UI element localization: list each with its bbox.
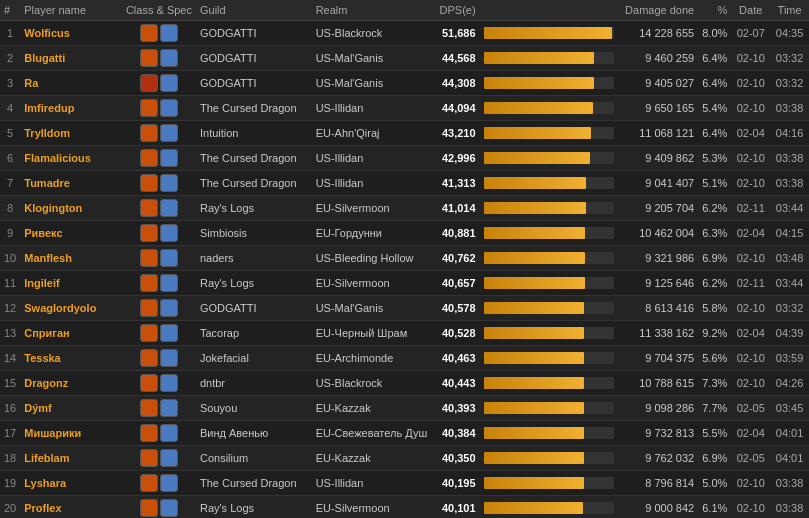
bar-fill bbox=[484, 52, 594, 64]
player-name-cell[interactable]: Tumadre bbox=[20, 171, 122, 196]
player-name-cell[interactable]: Trylldom bbox=[20, 121, 122, 146]
bar-background bbox=[484, 177, 614, 189]
spec-icon bbox=[160, 174, 178, 192]
dps-cell: 40,443 bbox=[431, 371, 479, 396]
guild-cell: Ray's Logs bbox=[196, 196, 312, 221]
class-icon bbox=[140, 24, 158, 42]
rank-cell: 7 bbox=[0, 171, 20, 196]
player-link[interactable]: Blugatti bbox=[24, 52, 65, 64]
player-name-cell[interactable]: Ingileif bbox=[20, 271, 122, 296]
player-link[interactable]: Ingileif bbox=[24, 277, 59, 289]
player-name-cell[interactable]: Blugatti bbox=[20, 46, 122, 71]
player-link[interactable]: Flamalicious bbox=[24, 152, 91, 164]
player-name-cell[interactable]: Lyshara bbox=[20, 471, 122, 496]
table-row: 17 Мишарики Винд Авенью EU-Свежеватель Д… bbox=[0, 421, 809, 446]
player-link[interactable]: Trylldom bbox=[24, 127, 70, 139]
dps-cell: 40,350 bbox=[431, 446, 479, 471]
date-cell: 02-10 bbox=[731, 371, 770, 396]
player-name-cell[interactable]: Imfiredup bbox=[20, 96, 122, 121]
damage-cell: 11 068 121 bbox=[619, 121, 698, 146]
player-link[interactable]: Lyshara bbox=[24, 477, 66, 489]
damage-cell: 9 321 986 bbox=[619, 246, 698, 271]
class-icon bbox=[140, 474, 158, 492]
player-name-cell[interactable]: Ривекс bbox=[20, 221, 122, 246]
player-name-cell[interactable]: Dragonz bbox=[20, 371, 122, 396]
bar-fill bbox=[484, 327, 584, 339]
damage-cell: 8 796 814 bbox=[619, 471, 698, 496]
rank-cell: 19 bbox=[0, 471, 20, 496]
player-link[interactable]: Klogington bbox=[24, 202, 82, 214]
time-cell: 03:32 bbox=[770, 71, 809, 96]
player-link[interactable]: Wolficus bbox=[24, 27, 70, 39]
player-link[interactable]: Dýmf bbox=[24, 402, 52, 414]
class-spec-cell bbox=[122, 171, 196, 196]
class-icon bbox=[140, 224, 158, 242]
rank-cell: 11 bbox=[0, 271, 20, 296]
guild-cell: GODGATTI bbox=[196, 46, 312, 71]
class-icon bbox=[140, 499, 158, 517]
player-name-cell[interactable]: Flamalicious bbox=[20, 146, 122, 171]
player-name-cell[interactable]: Мишарики bbox=[20, 421, 122, 446]
player-link[interactable]: Tesska bbox=[24, 352, 61, 364]
player-link[interactable]: Imfiredup bbox=[24, 102, 74, 114]
bar-cell bbox=[480, 321, 619, 346]
table-row: 1 Wolficus GODGATTI US-Blackrock 51,686 … bbox=[0, 21, 809, 46]
player-name-cell[interactable]: Ra bbox=[20, 71, 122, 96]
player-name-cell[interactable]: Tesska bbox=[20, 346, 122, 371]
player-link[interactable]: Ривекс bbox=[24, 227, 62, 239]
player-name-cell[interactable]: Proflex bbox=[20, 496, 122, 519]
pct-cell: 6.9% bbox=[698, 446, 731, 471]
player-link[interactable]: Сприган bbox=[24, 327, 69, 339]
realm-cell: US-Illidan bbox=[312, 96, 432, 121]
class-spec-cell bbox=[122, 396, 196, 421]
table-row: 5 Trylldom Intuition EU-Ahn'Qiraj 43,210… bbox=[0, 121, 809, 146]
time-cell: 03:32 bbox=[770, 296, 809, 321]
player-name-cell[interactable]: Manflesh bbox=[20, 246, 122, 271]
player-name-cell[interactable]: Wolficus bbox=[20, 21, 122, 46]
header-rank: # bbox=[0, 0, 20, 21]
player-link[interactable]: Proflex bbox=[24, 502, 61, 514]
dps-cell: 40,463 bbox=[431, 346, 479, 371]
player-link[interactable]: Tumadre bbox=[24, 177, 70, 189]
date-cell: 02-04 bbox=[731, 321, 770, 346]
header-damage: Damage done bbox=[619, 0, 698, 21]
damage-cell: 11 338 162 bbox=[619, 321, 698, 346]
bar-cell bbox=[480, 271, 619, 296]
player-name-cell[interactable]: Lifeblam bbox=[20, 446, 122, 471]
rank-cell: 4 bbox=[0, 96, 20, 121]
guild-cell: dntbr bbox=[196, 371, 312, 396]
class-spec-cell bbox=[122, 471, 196, 496]
damage-cell: 9 041 407 bbox=[619, 171, 698, 196]
realm-cell: US-Illidan bbox=[312, 171, 432, 196]
dps-cell: 40,528 bbox=[431, 321, 479, 346]
player-name-cell[interactable]: Сприган bbox=[20, 321, 122, 346]
dps-cell: 44,308 bbox=[431, 71, 479, 96]
pct-cell: 7.3% bbox=[698, 371, 731, 396]
guild-cell: Ray's Logs bbox=[196, 496, 312, 519]
date-cell: 02-04 bbox=[731, 221, 770, 246]
guild-cell: The Cursed Dragon bbox=[196, 471, 312, 496]
date-cell: 02-10 bbox=[731, 71, 770, 96]
time-cell: 03:32 bbox=[770, 46, 809, 71]
spec-icon bbox=[160, 99, 178, 117]
table-row: 12 Swaglordyolo GODGATTI US-Mal'Ganis 40… bbox=[0, 296, 809, 321]
table-row: 11 Ingileif Ray's Logs EU-Silvermoon 40,… bbox=[0, 271, 809, 296]
rank-cell: 15 bbox=[0, 371, 20, 396]
player-link[interactable]: Manflesh bbox=[24, 252, 72, 264]
player-link[interactable]: Мишарики bbox=[24, 427, 81, 439]
guild-cell: The Cursed Dragon bbox=[196, 96, 312, 121]
player-name-cell[interactable]: Klogington bbox=[20, 196, 122, 221]
realm-cell: US-Illidan bbox=[312, 146, 432, 171]
bar-fill bbox=[484, 102, 593, 114]
spec-icon bbox=[160, 374, 178, 392]
player-link[interactable]: Swaglordyolo bbox=[24, 302, 96, 314]
player-name-cell[interactable]: Dýmf bbox=[20, 396, 122, 421]
table-row: 15 Dragonz dntbr US-Blackrock 40,443 10 … bbox=[0, 371, 809, 396]
time-cell: 04:01 bbox=[770, 446, 809, 471]
player-name-cell[interactable]: Swaglordyolo bbox=[20, 296, 122, 321]
player-link[interactable]: Dragonz bbox=[24, 377, 68, 389]
player-link[interactable]: Ra bbox=[24, 77, 38, 89]
player-link[interactable]: Lifeblam bbox=[24, 452, 69, 464]
bar-background bbox=[484, 227, 614, 239]
guild-cell: Souyou bbox=[196, 396, 312, 421]
